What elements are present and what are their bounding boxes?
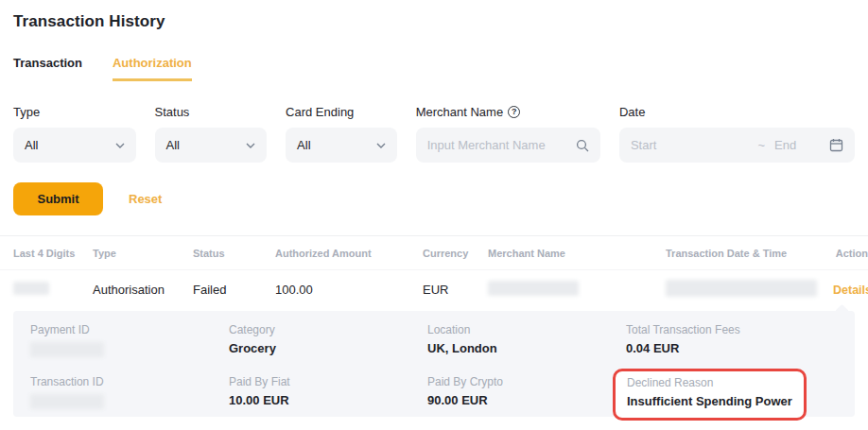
tab-transaction[interactable]: Transaction — [13, 56, 82, 81]
date-start-placeholder[interactable]: Start — [631, 138, 757, 152]
filter-card-ending: Card Ending All — [286, 105, 397, 163]
detail-category: Category Grocery — [229, 324, 427, 361]
details-grid: Payment ID Category Grocery Location UK,… — [13, 311, 855, 421]
calendar-icon[interactable] — [829, 138, 843, 152]
filter-merchant-label: Merchant Name ? — [416, 105, 600, 119]
cell-authorized-amount: 100.00 — [275, 283, 423, 297]
filter-type: Type All — [13, 105, 136, 163]
type-dropdown-value: All — [25, 138, 38, 152]
cell-currency: EUR — [423, 283, 488, 297]
col-transaction-date-time: Transaction Date & Time — [666, 248, 833, 259]
cell-type: Authorisation — [93, 283, 193, 297]
detail-label: Category — [229, 324, 427, 337]
filter-date-label: Date — [619, 105, 855, 119]
transaction-history-page: Transaction History Transaction Authoriz… — [0, 0, 868, 430]
date-range-inner: Start ~ End — [631, 138, 843, 152]
detail-paid-by-fiat: Paid By Fiat 10.00 EUR — [229, 376, 427, 421]
cell-last-4-digits — [13, 282, 93, 298]
tab-bar: Transaction Authorization — [0, 56, 868, 81]
merchant-name-input[interactable]: Input Merchant Name — [416, 128, 600, 163]
col-status: Status — [193, 248, 275, 259]
filter-actions: Submit Reset — [0, 182, 868, 215]
detail-payment-id: Payment ID — [30, 324, 229, 361]
detail-value: Grocery — [229, 342, 427, 356]
submit-button[interactable]: Submit — [13, 182, 103, 215]
status-dropdown[interactable]: All — [155, 128, 268, 163]
detail-transaction-id: Transaction ID — [30, 376, 229, 421]
cell-action: Details — [833, 283, 868, 297]
transaction-details-panel: Payment ID Category Grocery Location UK,… — [13, 311, 855, 417]
date-end-placeholder[interactable]: End — [774, 138, 829, 152]
detail-label: Declined Reason — [627, 377, 792, 390]
detail-value: 0.04 EUR — [626, 342, 855, 356]
redacted-transaction-date — [666, 280, 817, 297]
filter-status-label: Status — [155, 105, 268, 119]
filter-date: Date Start ~ End — [619, 105, 855, 163]
cell-merchant-name — [488, 281, 666, 299]
col-action: Action — [833, 248, 868, 259]
authorization-table: Last 4 Digits Type Status Authorized Amo… — [0, 235, 868, 308]
type-dropdown[interactable]: All — [13, 128, 136, 163]
detail-label: Payment ID — [30, 324, 229, 337]
detail-value: Insufficient Spending Power — [627, 395, 792, 409]
detail-label: Paid By Crypto — [427, 376, 626, 389]
detail-label: Total Transaction Fees — [626, 324, 855, 337]
cell-status: Failed — [193, 283, 275, 297]
card-ending-dropdown[interactable]: All — [286, 128, 397, 163]
filter-bar: Type All Status All Card Ending All — [0, 105, 868, 163]
detail-value: 10.00 EUR — [229, 394, 427, 408]
table-row: Authorisation Failed 100.00 EUR Details — [0, 270, 868, 308]
question-circle-icon[interactable]: ? — [508, 106, 520, 118]
redacted-transaction-id — [30, 394, 104, 409]
detail-declined-reason: Declined Reason Insufficient Spending Po… — [626, 376, 855, 421]
reset-button[interactable]: Reset — [129, 192, 162, 206]
redacted-payment-id — [30, 342, 104, 357]
detail-value: UK, London — [427, 342, 626, 356]
col-currency: Currency — [423, 248, 488, 259]
table-header-row: Last 4 Digits Type Status Authorized Amo… — [0, 236, 868, 270]
search-icon[interactable] — [576, 139, 589, 152]
chevron-down-icon — [246, 143, 255, 148]
page-title: Transaction History — [0, 0, 868, 31]
status-dropdown-value: All — [166, 138, 180, 152]
cell-transaction-date-time — [666, 280, 833, 300]
col-type: Type — [93, 248, 193, 259]
declined-reason-highlight: Declined Reason Insufficient Spending Po… — [613, 369, 807, 421]
date-range-input[interactable]: Start ~ End — [619, 128, 855, 163]
redacted-last-4-digits — [13, 282, 49, 295]
col-merchant-name: Merchant Name — [488, 248, 666, 259]
detail-label: Transaction ID — [30, 376, 229, 389]
date-separator: ~ — [757, 138, 765, 152]
detail-total-transaction-fees: Total Transaction Fees 0.04 EUR — [626, 324, 855, 361]
filter-card-ending-label: Card Ending — [286, 105, 397, 119]
detail-label: Location — [427, 324, 626, 337]
col-authorized-amount: Authorized Amount — [275, 248, 423, 259]
filter-status: Status All — [155, 105, 268, 163]
detail-value: 90.00 EUR — [427, 394, 626, 408]
card-ending-dropdown-value: All — [297, 138, 310, 152]
chevron-down-icon — [376, 143, 386, 148]
chevron-down-icon — [115, 143, 125, 148]
filter-type-label: Type — [13, 105, 136, 119]
detail-paid-by-crypto: Paid By Crypto 90.00 EUR — [427, 376, 626, 421]
detail-location: Location UK, London — [427, 324, 626, 361]
redacted-merchant-name — [488, 281, 579, 296]
tab-authorization[interactable]: Authorization — [113, 56, 192, 81]
col-last-4-digits: Last 4 Digits — [13, 248, 93, 259]
merchant-name-placeholder: Input Merchant Name — [427, 138, 546, 152]
filter-merchant-name: Merchant Name ? Input Merchant Name — [416, 105, 600, 163]
details-link[interactable]: Details — [833, 284, 868, 297]
filter-merchant-label-text: Merchant Name — [416, 105, 503, 119]
detail-label: Paid By Fiat — [229, 376, 427, 389]
